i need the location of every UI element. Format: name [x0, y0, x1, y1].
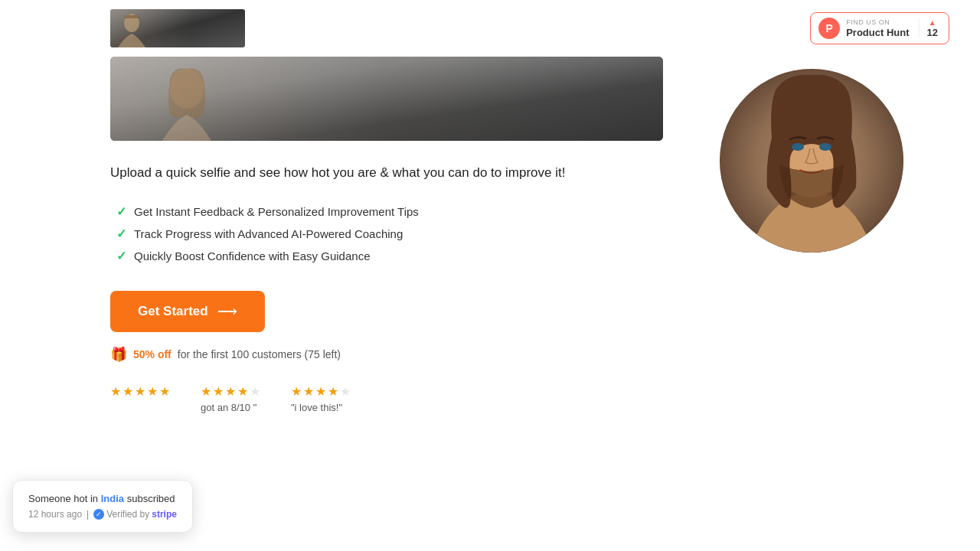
toast-main-text: Someone hot in India subscribed	[28, 493, 177, 504]
star-2-2: ★	[213, 384, 224, 399]
star-3-4: ★	[328, 384, 338, 399]
review-text-2: got an 8/10 "	[201, 402, 260, 413]
verified-badge: ✓ Verified by stripe	[93, 509, 177, 520]
ph-number: 12	[927, 27, 938, 38]
ph-arrow-icon: ▲	[929, 18, 936, 27]
svg-rect-0	[110, 9, 245, 47]
profile-image	[720, 69, 903, 253]
svg-point-3	[170, 69, 204, 109]
review-item-1: ★ ★ ★ ★ ★	[110, 384, 170, 402]
stars-3: ★ ★ ★ ★ ★	[291, 384, 351, 399]
star-3-5: ★	[340, 384, 351, 399]
review-item-3: ★ ★ ★ ★ ★ "i love this!"	[291, 384, 351, 413]
product-hunt-icon: P	[818, 18, 840, 39]
product-hunt-text: FIND US ON Product Hunt	[846, 18, 909, 38]
review-text-3: "i love this!"	[291, 402, 351, 413]
toast-action: subscribed	[127, 493, 175, 504]
check-icon-2: ✓	[116, 227, 126, 241]
gift-icon: 🎁	[110, 346, 127, 363]
description-text: Upload a quick selfie and see how hot yo…	[110, 162, 631, 183]
toast-country: India	[101, 493, 124, 504]
header: P FIND US ON Product Hunt ▲ 12	[0, 0, 980, 57]
feature-item-3: ✓ Quickly Boost Confidence with Easy Gui…	[110, 249, 870, 263]
feature-label-2: Track Progress with Advanced AI-Powered …	[134, 227, 403, 240]
star-1-4: ★	[147, 384, 158, 399]
stars-2: ★ ★ ★ ★ ★	[201, 384, 260, 399]
star-2-1: ★	[201, 384, 211, 399]
feature-label-3: Quickly Boost Confidence with Easy Guida…	[134, 249, 371, 262]
discount-description: for the first 100 customers (75 left)	[178, 348, 341, 360]
star-3-2: ★	[303, 384, 314, 399]
star-3-1: ★	[291, 384, 302, 399]
ph-count: ▲ 12	[919, 18, 938, 38]
svg-point-9	[792, 143, 804, 151]
product-hunt-badge[interactable]: P FIND US ON Product Hunt ▲ 12	[810, 12, 949, 44]
review-item-2: ★ ★ ★ ★ ★ got an 8/10 "	[201, 384, 260, 413]
discount-percentage: 50% off	[133, 348, 172, 360]
cta-section: Get Started ⟶	[110, 291, 870, 332]
toast-time: 12 hours ago	[28, 509, 82, 520]
get-started-button[interactable]: Get Started ⟶	[110, 291, 265, 332]
star-2-3: ★	[225, 384, 236, 399]
star-2-5: ★	[250, 384, 260, 399]
star-1-1: ★	[110, 384, 121, 399]
get-started-label: Get Started	[138, 304, 208, 319]
hero-banner	[110, 57, 663, 141]
star-2-4: ★	[237, 384, 248, 399]
cta-arrow-icon: ⟶	[217, 303, 237, 320]
discount-row: 🎁 50% off for the first 100 customers (7…	[110, 346, 870, 363]
feature-label-1: Get Instant Feedback & Personalized Impr…	[134, 205, 419, 218]
check-icon-1: ✓	[116, 204, 126, 219]
check-circle-icon: ✓	[93, 509, 104, 520]
ph-name-label: Product Hunt	[846, 27, 909, 39]
toast-separator: |	[87, 509, 89, 520]
check-icon-3: ✓	[116, 249, 126, 263]
stars-1: ★ ★ ★ ★ ★	[110, 384, 170, 399]
logo-area	[110, 9, 245, 47]
ph-find-us-label: FIND US ON	[846, 18, 909, 27]
verified-label: Verified by	[106, 509, 149, 520]
stripe-label: stripe	[152, 509, 177, 520]
star-1-5: ★	[159, 384, 170, 399]
reviews-row: ★ ★ ★ ★ ★ ★ ★ ★ ★ ★ got an 8/10 " ★ ★ ★	[110, 384, 870, 413]
toast-meta: 12 hours ago | ✓ Verified by stripe	[28, 509, 177, 520]
toast-prefix: Someone hot in	[28, 493, 98, 504]
star-1-2: ★	[122, 384, 133, 399]
svg-rect-2	[110, 57, 663, 141]
logo-image	[110, 9, 245, 47]
star-1-3: ★	[135, 384, 145, 399]
svg-point-1	[124, 14, 139, 32]
svg-point-10	[819, 143, 831, 151]
toast-notification: Someone hot in India subscribed 12 hours…	[12, 480, 193, 533]
star-3-3: ★	[315, 384, 326, 399]
